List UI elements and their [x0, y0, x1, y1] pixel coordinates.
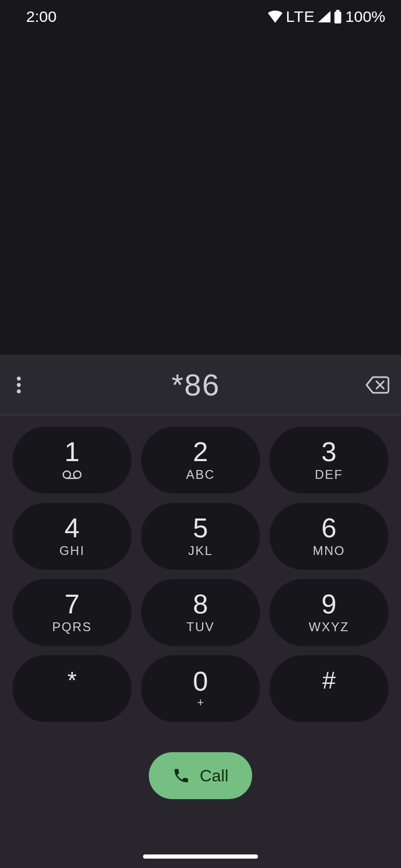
key-2[interactable]: 2 ABC: [141, 427, 260, 493]
key-1[interactable]: 1: [13, 427, 132, 493]
key-digit: 4: [65, 514, 80, 541]
key-letters: DEF: [315, 467, 343, 482]
key-digit: 5: [193, 514, 208, 541]
key-star[interactable]: *: [13, 655, 132, 722]
entered-number: *86: [38, 367, 354, 402]
key-digit: 6: [322, 514, 337, 541]
key-9[interactable]: 9 WXYZ: [269, 579, 388, 646]
key-letters: TUV: [186, 620, 215, 634]
svg-rect-0: [336, 10, 340, 11]
key-letters: JKL: [188, 544, 213, 558]
key-6[interactable]: 6 MNO: [269, 503, 388, 570]
key-letters: GHI: [60, 544, 85, 558]
navigation-bar-pill[interactable]: [143, 854, 258, 859]
battery-icon: [334, 10, 342, 23]
more-vert-icon: [17, 377, 21, 393]
status-bar: 2:00 LTE 100%: [0, 0, 401, 33]
network-label: LTE: [286, 8, 315, 26]
phone-icon: [172, 767, 190, 785]
key-7[interactable]: 7 PQRS: [13, 579, 132, 646]
wifi-icon: [268, 10, 282, 23]
battery-text: 100%: [345, 8, 385, 26]
backspace-button[interactable]: [354, 376, 401, 394]
key-letters: MNO: [313, 544, 345, 558]
key-digit: 8: [193, 590, 208, 618]
key-0[interactable]: 0 +: [141, 655, 260, 722]
svg-point-5: [63, 471, 70, 478]
svg-point-2: [17, 377, 20, 380]
key-digit: 1: [65, 438, 80, 465]
key-5[interactable]: 5 JKL: [141, 503, 260, 570]
svg-point-6: [74, 471, 81, 478]
keypad-area: 1 2 ABC 3 DEF 4 GHI 5 JKL 6 MNO 7 PQRS: [0, 415, 401, 868]
voicemail-icon: [62, 467, 82, 482]
key-letters: +: [197, 696, 204, 709]
key-digit: 2: [193, 438, 208, 465]
key-letters: ABC: [186, 467, 215, 482]
key-digit: 7: [65, 590, 80, 618]
key-8[interactable]: 8 TUV: [141, 579, 260, 646]
call-button[interactable]: Call: [149, 752, 252, 799]
svg-point-3: [17, 383, 20, 387]
svg-point-4: [17, 389, 20, 393]
key-digit: *: [67, 668, 77, 692]
key-3[interactable]: 3 DEF: [269, 427, 388, 493]
keypad: 1 2 ABC 3 DEF 4 GHI 5 JKL 6 MNO 7 PQRS: [11, 427, 390, 722]
dial-display-bar: *86: [0, 355, 401, 415]
key-digit: 0: [193, 668, 208, 695]
backspace-icon: [365, 376, 390, 394]
more-options-button[interactable]: [0, 377, 38, 393]
status-time: 2:00: [26, 8, 56, 26]
key-hash[interactable]: #: [269, 655, 388, 722]
status-icons: LTE 100%: [268, 8, 385, 26]
key-4[interactable]: 4 GHI: [13, 503, 132, 570]
key-digit: 3: [322, 438, 337, 465]
key-letters: WXYZ: [309, 620, 349, 634]
key-digit: 9: [322, 590, 337, 618]
key-letters: PQRS: [52, 620, 92, 634]
call-label: Call: [199, 766, 228, 786]
svg-rect-1: [335, 11, 341, 23]
cellular-icon: [318, 11, 331, 22]
key-digit: #: [322, 668, 336, 692]
